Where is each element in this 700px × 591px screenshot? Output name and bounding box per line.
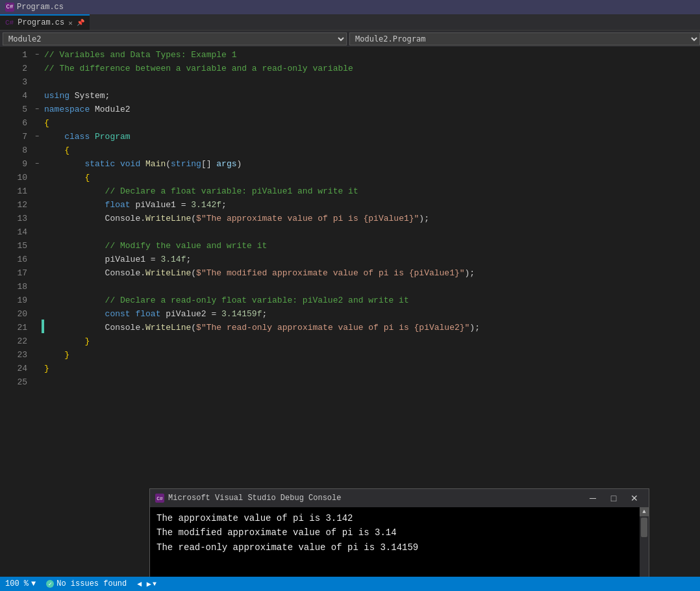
line-number: 21 [0, 321, 27, 334]
code-line: Console.WriteLine($"The read-only approx… [44, 321, 700, 334]
debug-title-bar: C# Microsoft Visual Studio Debug Console… [150, 489, 649, 507]
nav-member-select[interactable]: Module2.Program [349, 32, 700, 45]
collapse-button [32, 171, 42, 184]
nav-arrow-dropdown[interactable]: ▼ [153, 581, 156, 588]
debug-output-line: The modified approximate value of pi is … [156, 525, 633, 540]
code-token: [] [201, 157, 216, 171]
code-token: ); [465, 266, 475, 280]
code-token: $"The read-only approximate value of pi … [196, 321, 469, 334]
code-token: // Declare a float variable: piValue1 an… [44, 184, 358, 198]
tab-close-button[interactable]: ✕ [68, 19, 73, 27]
collapse-button [32, 348, 42, 362]
code-line: static void Main(string[] args) [44, 157, 700, 171]
code-token: WriteLine [145, 266, 191, 280]
zoom-value: 100 % [5, 579, 29, 588]
line-number: 16 [0, 253, 27, 266]
collapse-button[interactable]: − [32, 103, 42, 116]
debug-scroll-up-button[interactable]: ▲ [640, 507, 649, 516]
code-line: } [44, 334, 700, 348]
code-token: string [171, 157, 201, 171]
code-line: using System; [44, 89, 700, 103]
collapse-button [32, 334, 42, 348]
collapse-button [32, 253, 42, 266]
collapse-button [32, 266, 42, 280]
code-line: } [44, 362, 700, 375]
debug-minimize-button[interactable]: ─ [584, 492, 602, 505]
app-icon: C# [5, 3, 14, 12]
code-token: ( [191, 321, 196, 334]
line-number: 20 [0, 307, 27, 321]
editor-wrapper: 1234567891011121314151617181920212223242… [0, 47, 700, 577]
line-number: 14 [0, 225, 27, 239]
line-number: 3 [0, 75, 27, 89]
code-line: const float piValue2 = 3.14159f; [44, 307, 700, 321]
debug-output-line: The read-only approximate value of pi is… [156, 540, 633, 555]
line-number: 17 [0, 266, 27, 280]
code-token: Main [145, 157, 166, 171]
code-token: static [44, 157, 115, 171]
debug-scrollbar[interactable]: ▲ ▼ [640, 507, 649, 577]
code-token: // Modify the value and write it [44, 239, 267, 253]
code-token: . [140, 212, 145, 225]
nav-arrow-icon: ◄ ▶ [137, 579, 151, 589]
line-number: 10 [0, 171, 27, 184]
debug-maximize-button[interactable]: □ [605, 492, 623, 505]
collapse-button [32, 144, 42, 157]
collapse-button[interactable]: − [32, 130, 42, 144]
collapse-button[interactable]: − [32, 48, 42, 62]
code-line [44, 375, 700, 389]
line-number: 9 [0, 157, 27, 171]
code-token: WriteLine [145, 321, 191, 334]
code-token: ) [237, 157, 242, 171]
line-number: 25 [0, 375, 27, 389]
line-number: 11 [0, 184, 27, 198]
tab-label: Program.cs [18, 18, 64, 27]
code-token: // Variables and Data Types: Example 1 [44, 48, 236, 62]
tab-program-cs[interactable]: C# Program.cs ✕ 📌 [0, 14, 90, 30]
code-token: ; [221, 198, 227, 212]
collapse-button[interactable]: − [32, 157, 42, 171]
debug-scroll-thumb[interactable] [641, 518, 647, 537]
nav-scope-select[interactable]: Module2 [3, 32, 347, 45]
debug-console-content: The approximate value of pi is 3.142The … [150, 507, 640, 577]
tab-icon: C# [5, 19, 14, 27]
line-number: 1 [0, 48, 27, 62]
debug-app-icon: C# [155, 494, 164, 503]
code-token: ); [469, 321, 480, 334]
debug-close-button[interactable]: ✕ [625, 492, 644, 505]
debug-console-window: C# Microsoft Visual Studio Debug Console… [149, 488, 649, 577]
navigation-arrows[interactable]: ◄ ▶ ▼ [137, 579, 156, 589]
collapse-button [32, 89, 42, 103]
code-token: Console [44, 212, 140, 225]
code-line: // Declare a float variable: piValue1 an… [44, 184, 700, 198]
code-token: ( [191, 266, 196, 280]
code-token: ; [262, 307, 267, 321]
collapse-column: −−−− [32, 47, 42, 577]
code-line: { [44, 116, 700, 130]
code-token: // Declare a read-only float variable: p… [44, 294, 409, 307]
code-token: const [44, 307, 131, 321]
code-line: // Variables and Data Types: Example 1 [44, 48, 700, 62]
status-bar: 100 % ▼ ✓ No issues found ◄ ▶ ▼ [0, 577, 700, 591]
collapse-button [32, 375, 42, 389]
code-line: namespace Module2 [44, 103, 700, 116]
line-number: 24 [0, 362, 27, 375]
code-line [44, 225, 700, 239]
line-number: 2 [0, 62, 27, 75]
collapse-button [32, 239, 42, 253]
collapse-button [32, 62, 42, 75]
code-line: class Program [44, 130, 700, 144]
code-token: // The difference between a variable and… [44, 62, 353, 75]
code-token: } [44, 362, 49, 375]
issues-label: No issues found [56, 579, 127, 588]
zoom-control[interactable]: 100 % ▼ [5, 579, 36, 588]
code-token: 3.142f [191, 198, 221, 212]
code-token: piValue1 = [44, 253, 160, 266]
code-token: float [131, 307, 161, 321]
line-number: 18 [0, 280, 27, 294]
collapse-button [32, 307, 42, 321]
line-numbers: 1234567891011121314151617181920212223242… [0, 47, 32, 577]
code-line: // Modify the value and write it [44, 239, 700, 253]
code-token: piValue1 = [131, 198, 192, 212]
debug-title-left: C# Microsoft Visual Studio Debug Console [155, 494, 341, 503]
